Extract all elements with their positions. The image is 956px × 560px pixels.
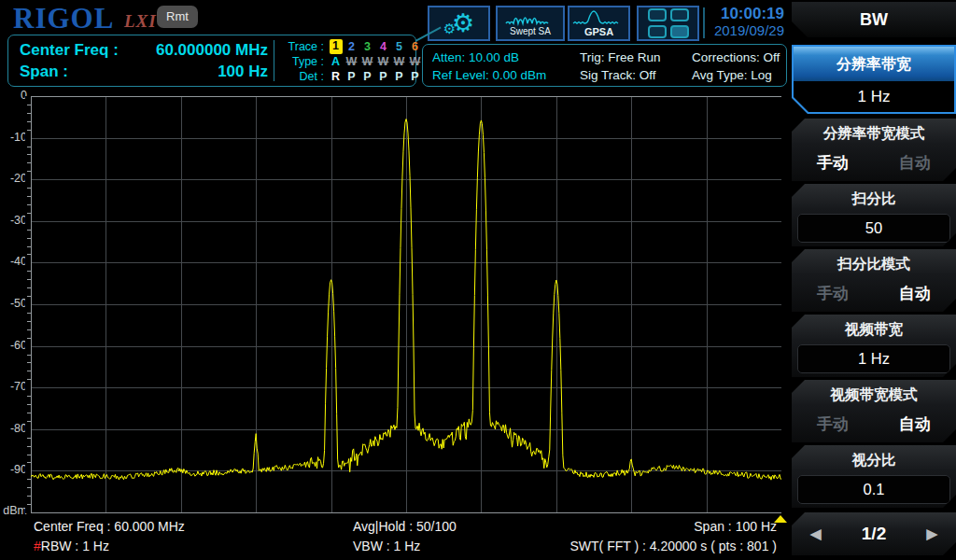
ref-level-readout: Ref Level: 0.00 dBm — [432, 66, 546, 84]
rbw-mode-label: 分辨率带宽模式 — [792, 119, 956, 147]
rigol-logo: RIGOL — [13, 2, 114, 35]
time-display: 10:00:19 — [676, 6, 784, 22]
trace-type-3[interactable]: W — [359, 54, 375, 69]
type-row-label: Type : — [281, 54, 324, 69]
clock: 10:00:19 2019/09/29 — [676, 6, 784, 38]
sidebar-item-rbw-mode[interactable]: 分辨率带宽模式 手动 自动 — [792, 119, 956, 181]
spectrum-analyzer-screen: RIGOL LXI Rmt ⚙ ⚙ Swept SA GPSA 10:00:19… — [0, 0, 956, 560]
frequency-panel: Center Freq : 60.000000 MHz Span : 100 H… — [7, 35, 416, 87]
status-left: Center Freq : 60.000 MHz #RBW : 1 Hz — [34, 519, 185, 558]
rbw-mode-manual[interactable]: 手动 — [792, 148, 874, 177]
date-display: 2019/09/29 — [676, 22, 784, 38]
sidebar-item-vbw[interactable]: 视频带宽 1 Hz — [792, 315, 956, 377]
swept-sa-label: Swept SA — [510, 26, 551, 36]
settings-button[interactable]: ⚙ ⚙ — [428, 6, 490, 41]
rbw-value: 1 Hz — [794, 81, 954, 112]
trace-det-6[interactable]: P — [407, 69, 423, 84]
gear-icon: ⚙ — [452, 11, 474, 36]
y-axis-label: -90 — [0, 463, 27, 476]
status-rbw: #RBW : 1 Hz — [34, 539, 185, 553]
center-freq-label: Center Freq : — [20, 41, 119, 60]
gpsa-label: GPSA — [584, 27, 613, 37]
trace-type-1[interactable]: A — [328, 54, 344, 69]
trace-det-3[interactable]: P — [359, 69, 375, 84]
atten-readout: Atten: 10.00 dB — [432, 49, 546, 66]
y-axis-label: -60 — [0, 339, 27, 352]
trace-det-4[interactable]: P — [375, 69, 391, 84]
y-axis-label: -10 — [0, 131, 27, 144]
y-axis-label: -40 — [0, 255, 27, 268]
avg-type-readout: Avg Type: Log — [692, 66, 780, 84]
trace-number-4[interactable]: 4 — [375, 39, 391, 54]
trace-number-1[interactable]: 1 — [330, 39, 343, 54]
y-axis-label: -30 — [0, 214, 27, 227]
vbw-mode-label: 视频带宽模式 — [792, 380, 956, 408]
pager-next-icon[interactable]: ▶ — [926, 512, 937, 555]
trace-det-1[interactable]: R — [328, 69, 344, 84]
gpsa-button[interactable]: GPSA — [568, 6, 630, 41]
rbw-coupled-indicator: # — [34, 539, 41, 553]
span-label: Span : — [20, 63, 68, 81]
lxi-logo: LXI — [124, 11, 157, 32]
y-axis-label: -80 — [0, 422, 27, 435]
trace-number-6[interactable]: 6 — [407, 39, 423, 54]
sweep-ratio-label: 扫分比 — [792, 184, 956, 212]
sidebar-item-vbw-mode[interactable]: 视频带宽模式 手动 自动 — [792, 380, 956, 442]
trace-row-label: Trace : — [281, 39, 324, 54]
trace-type-2[interactable]: W — [344, 54, 359, 69]
sweep-ratio-mode-manual[interactable]: 手动 — [792, 279, 874, 308]
center-freq-value[interactable]: 60.000000 MHz — [156, 41, 268, 60]
status-right: Span : 100 Hz SWT( FFT ) : 4.20000 s ( p… — [485, 519, 777, 558]
trace-columns-type: AWWWWW — [328, 54, 423, 69]
vbw-value: 1 Hz — [797, 344, 950, 373]
swept-sa-button[interactable]: Swept SA — [496, 6, 565, 41]
y-axis-unit: dBm — [0, 504, 27, 517]
gpsa-icon — [572, 10, 626, 27]
det-row-label: Det : — [281, 69, 324, 84]
corrections-readout: Corrections: Off — [692, 49, 780, 66]
y-axis-label: -20 — [0, 172, 27, 185]
vbw-mode-manual[interactable]: 手动 — [792, 410, 874, 439]
sweep-ratio-mode-auto[interactable]: 自动 — [874, 279, 956, 308]
status-mid: Avg|Hold : 50/100 VBW : 1 Hz — [353, 519, 457, 558]
y-axis-label: 0 — [0, 89, 27, 102]
swept-sa-icon — [504, 10, 556, 26]
status-vbw: VBW : 1 Hz — [353, 539, 457, 553]
trace-table: Trace : 123456 Type : AWWWWW Det : RPPPP… — [281, 39, 423, 84]
trace-type-5[interactable]: W — [391, 54, 407, 69]
status-center-freq: Center Freq : 60.000 MHz — [34, 519, 185, 534]
pager-prev-icon[interactable]: ◀ — [810, 512, 822, 555]
status-swt: SWT( FFT ) : 4.20000 s ( pts : 801 ) — [485, 539, 777, 553]
sidebar-item-sweep-ratio[interactable]: 扫分比 50 — [792, 184, 956, 246]
trace-number-5[interactable]: 5 — [391, 39, 407, 54]
vbw-label: 视频带宽 — [792, 315, 956, 343]
rbw-mode-auto[interactable]: 自动 — [874, 148, 956, 177]
trace-number-2[interactable]: 2 — [344, 39, 359, 54]
spectrum-plot[interactable] — [25, 96, 781, 513]
sidebar-item-vbw-ratio[interactable]: 视分比 0.1 — [792, 445, 956, 508]
panel-divider — [274, 40, 274, 81]
trace-type-6[interactable]: W — [407, 54, 423, 69]
trace-columns-num: 123456 — [328, 39, 423, 54]
trace-number-3[interactable]: 3 — [359, 39, 375, 54]
menu-pager: ◀ 1/2 ▶ — [792, 512, 956, 555]
vbw-mode-auto[interactable]: 自动 — [874, 410, 956, 439]
remote-badge: Rmt — [157, 6, 198, 28]
vbw-ratio-label: 视分比 — [792, 445, 956, 473]
rbw-label: 分辨率带宽 — [794, 47, 954, 81]
sidebar-item-sweep-ratio-mode[interactable]: 扫分比模式 手动 自动 — [792, 249, 956, 312]
y-axis-label: -70 — [0, 380, 27, 393]
trace-det-5[interactable]: P — [391, 69, 407, 84]
trace-type-4[interactable]: W — [375, 54, 391, 69]
status-avg-hold: Avg|Hold : 50/100 — [353, 519, 457, 534]
sidebar-item-rbw[interactable]: 分辨率带宽 1 Hz — [792, 45, 956, 114]
settings-panel: Atten: 10.00 dB Ref Level: 0.00 dBm Trig… — [422, 44, 787, 87]
sweep-ratio-value: 50 — [797, 214, 950, 243]
y-axis-label: -50 — [0, 297, 27, 310]
pager-page-indicator: 1/2 — [862, 524, 886, 543]
trace-columns-det: RPPPPP — [328, 69, 423, 84]
span-value[interactable]: 100 Hz — [218, 63, 268, 81]
trace-det-2[interactable]: P — [344, 69, 359, 84]
vbw-ratio-value: 0.1 — [797, 475, 950, 504]
sweep-ratio-mode-label: 扫分比模式 — [792, 249, 956, 277]
